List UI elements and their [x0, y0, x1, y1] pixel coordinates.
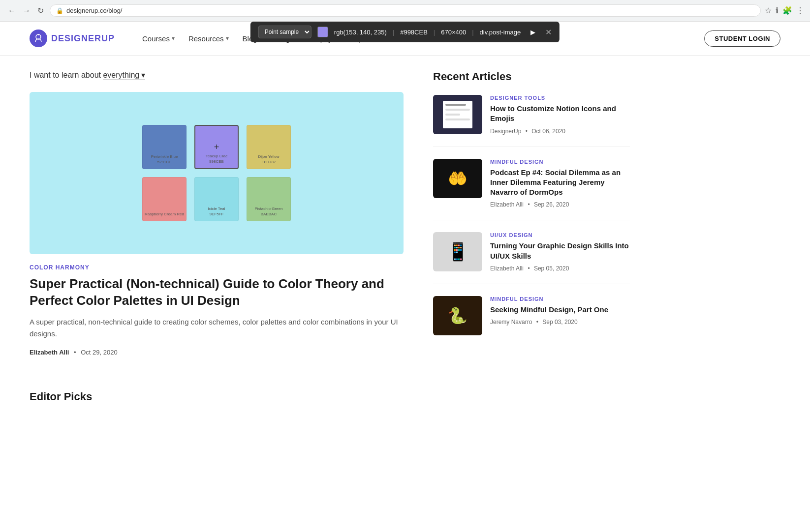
recent-article-4[interactable]: 🐍 MINDFUL DESIGN Seeking Mindful Design,…: [433, 296, 630, 347]
url-text: designerup.co/blog/: [66, 7, 122, 14]
filter-prefix: I want to learn about: [30, 71, 101, 79]
eyedropper-play[interactable]: ▶: [530, 29, 535, 36]
logo-text: DESIGNERUP: [51, 33, 115, 44]
recent-meta-3: Elizabeth Alli • Sep 05, 2020: [490, 265, 630, 272]
eyedropper-dimensions: 670×400: [441, 29, 466, 36]
recent-author-4: Jeremy Navarro: [490, 319, 532, 325]
palette-card-4: Raspberry Cream Red: [142, 177, 187, 221]
eyedropper-close-button[interactable]: ✕: [545, 28, 552, 37]
palette-demo: Periwinkle Blue5291CE + Teacup Lilac998C…: [30, 92, 404, 254]
nav-resources[interactable]: Resources ▾: [188, 34, 229, 43]
browser-nav[interactable]: ← → ↻: [6, 5, 46, 16]
recent-title-3: Turning Your Graphic Design Skills Into …: [490, 241, 630, 261]
featured-article-dot: •: [74, 349, 76, 356]
featured-article-title: Super Practical (Non-technical) Guide to…: [30, 276, 404, 309]
back-button[interactable]: ←: [6, 5, 18, 16]
recent-author-3: Elizabeth Alli: [490, 265, 524, 272]
logo[interactable]: DESIGNERUP: [30, 30, 115, 47]
forward-button[interactable]: →: [21, 5, 32, 16]
recent-author-2: Elizabeth Alli: [490, 201, 524, 208]
courses-chevron-icon: ▾: [172, 35, 175, 42]
recent-thumb-notion: [433, 95, 482, 134]
eyedropper-mode-select[interactable]: Point sample: [258, 26, 312, 38]
palette-row-bottom: Raspberry Cream Red Icicle Teal9EF5FF Pi…: [142, 177, 291, 221]
featured-article-excerpt: A super practical, non-technical guide t…: [30, 316, 404, 340]
recent-content-4: MINDFUL DESIGN Seeking Mindful Design, P…: [490, 296, 630, 335]
palette-row-top: Periwinkle Blue5291CE + Teacup Lilac998C…: [142, 125, 291, 169]
palette-card-6: Pistachio GreenBAEBAC: [247, 177, 291, 221]
featured-article-image: Periwinkle Blue5291CE + Teacup Lilac998C…: [30, 92, 404, 254]
cursor-icon: +: [214, 142, 219, 152]
recent-author-1: DesignerUp: [490, 128, 521, 135]
site-wrapper: DESIGNERUP Courses ▾ Resources ▾ Blog De…: [0, 22, 810, 418]
filter-dropdown[interactable]: everything ▾: [103, 70, 145, 80]
recent-date-2: Sep 26, 2020: [534, 201, 569, 208]
browser-chrome: ← → ↻ 🔒 designerup.co/blog/ ☆ ℹ 🧩 ⋮: [0, 0, 810, 22]
star-icon[interactable]: ☆: [765, 6, 772, 15]
recent-date-4: Sep 03, 2020: [542, 319, 577, 325]
nav-courses[interactable]: Courses ▾: [142, 34, 175, 43]
recent-title-4: Seeking Mindful Design, Part One: [490, 305, 630, 315]
reload-button[interactable]: ↻: [35, 5, 46, 16]
recent-category-1: DESIGNER TOOLS: [490, 95, 630, 101]
recent-title-1: How to Customize Notion Icons and Emojis: [490, 104, 630, 124]
recent-content-3: UI/UX DESIGN Turning Your Graphic Design…: [490, 232, 630, 272]
recent-thumb-podcast: 🤲: [433, 159, 482, 198]
recent-articles-title: Recent Articles: [433, 70, 630, 83]
lock-icon: 🔒: [56, 7, 63, 14]
featured-article-meta: Elizabeth Alli • Oct 29, 2020: [30, 349, 404, 356]
eyedropper-color-swatch: [317, 27, 328, 37]
extension-icon[interactable]: 🧩: [782, 6, 792, 15]
hand-icon: 🤲: [448, 169, 467, 188]
recent-title-2: Podcast Ep #4: Social Dilemma as an Inne…: [490, 168, 630, 198]
recent-thumb-mindful: 🐍: [433, 296, 482, 335]
right-column: Recent Articles DESIGNER TOOLS: [433, 70, 630, 403]
recent-thumb-uiux: 📱: [433, 232, 482, 271]
palette-card-5: Icicle Teal9EF5FF: [194, 177, 239, 221]
address-bar[interactable]: 🔒 designerup.co/blog/: [50, 4, 761, 17]
logo-icon: [30, 30, 47, 47]
recent-category-3: UI/UX DESIGN: [490, 232, 630, 238]
featured-article-date: Oct 29, 2020: [81, 349, 117, 356]
tablet-icon: 📱: [447, 241, 469, 262]
palette-card-1: Periwinkle Blue5291CE: [142, 125, 187, 169]
filter-bar: I want to learn about everything ▾: [30, 70, 404, 80]
recent-category-4: MINDFUL DESIGN: [490, 296, 630, 302]
recent-date-3: Sep 05, 2020: [534, 265, 569, 272]
recent-article-3[interactable]: 📱 UI/UX DESIGN Turning Your Graphic Desi…: [433, 232, 630, 284]
recent-meta-2: Elizabeth Alli • Sep 26, 2020: [490, 201, 630, 208]
eyedropper-overlay: Point sample rgb(153, 140, 235) | #998CE…: [250, 22, 560, 42]
recent-article-1[interactable]: DESIGNER TOOLS How to Customize Notion I…: [433, 95, 630, 147]
eyedropper-hex: #998CEB: [400, 29, 428, 36]
browser-actions: ☆ ℹ 🧩 ⋮: [765, 6, 804, 15]
menu-icon[interactable]: ⋮: [796, 6, 804, 15]
student-login-button[interactable]: STUDENT LOGIN: [704, 30, 780, 47]
eyedropper-rgb: rgb(153, 140, 235): [334, 29, 387, 36]
featured-article-category: COLOR HARMONY: [30, 264, 404, 271]
recent-content-1: DESIGNER TOOLS How to Customize Notion I…: [490, 95, 630, 135]
resources-chevron-icon: ▾: [226, 35, 229, 42]
recent-meta-1: DesignerUp • Oct 06, 2020: [490, 128, 630, 135]
editor-picks-title: Editor Picks: [30, 385, 404, 403]
info-icon[interactable]: ℹ: [776, 6, 779, 15]
main-content: I want to learn about everything ▾ Periw…: [0, 56, 810, 418]
left-column: I want to learn about everything ▾ Periw…: [30, 70, 404, 403]
palette-card-2: + Teacup Lilac998CEB: [194, 125, 239, 169]
recent-meta-4: Jeremy Navarro • Sep 03, 2020: [490, 319, 630, 325]
filter-value: everything: [103, 71, 139, 80]
recent-category-2: MINDFUL DESIGN: [490, 159, 630, 165]
eyedropper-element: div.post-image: [480, 29, 521, 36]
recent-content-2: MINDFUL DESIGN Podcast Ep #4: Social Dil…: [490, 159, 630, 208]
palette-card-3: Dijon YellowE8D787: [247, 125, 291, 169]
featured-article-author: Elizabeth Alli: [30, 349, 69, 356]
recent-article-2[interactable]: 🤲 MINDFUL DESIGN Podcast Ep #4: Social D…: [433, 159, 630, 221]
filter-chevron-icon: ▾: [141, 70, 145, 80]
recent-date-1: Oct 06, 2020: [531, 128, 565, 135]
snake-icon: 🐍: [448, 306, 467, 325]
